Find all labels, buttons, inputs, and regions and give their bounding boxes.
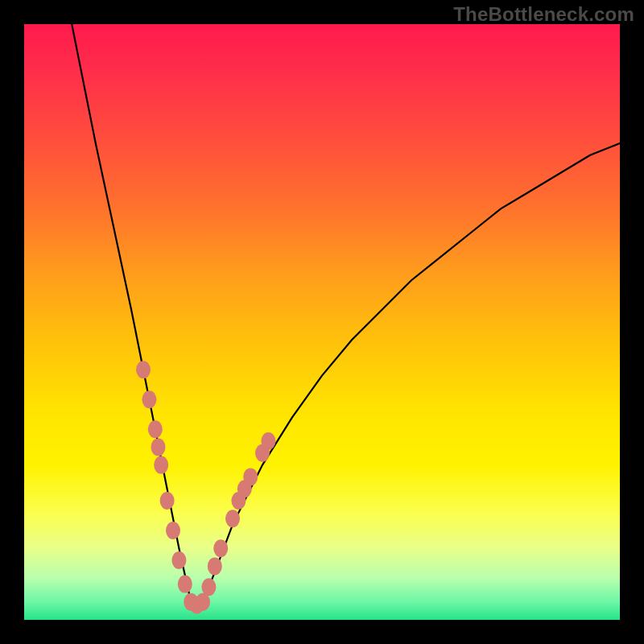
marker-dot [208, 557, 222, 575]
marker-dot [261, 432, 275, 450]
marker-dot [154, 456, 168, 474]
marker-dot [178, 576, 192, 593]
plot-area [24, 24, 620, 620]
marker-dot [136, 361, 151, 378]
marker-dot [225, 510, 240, 527]
marker-dot [213, 539, 228, 557]
bottleneck-curve [72, 24, 620, 602]
marker-group [136, 361, 275, 613]
marker-dot [142, 390, 156, 408]
chart-frame: TheBottleneck.com [0, 0, 644, 644]
curve-svg [24, 24, 620, 620]
watermark-text: TheBottleneck.com [453, 3, 634, 26]
marker-dot [201, 578, 216, 596]
marker-dot [171, 551, 186, 569]
marker-dot [160, 492, 175, 510]
marker-dot [151, 438, 166, 456]
marker-dot [166, 522, 180, 539]
marker-dot [243, 468, 258, 485]
marker-dot [148, 420, 163, 438]
